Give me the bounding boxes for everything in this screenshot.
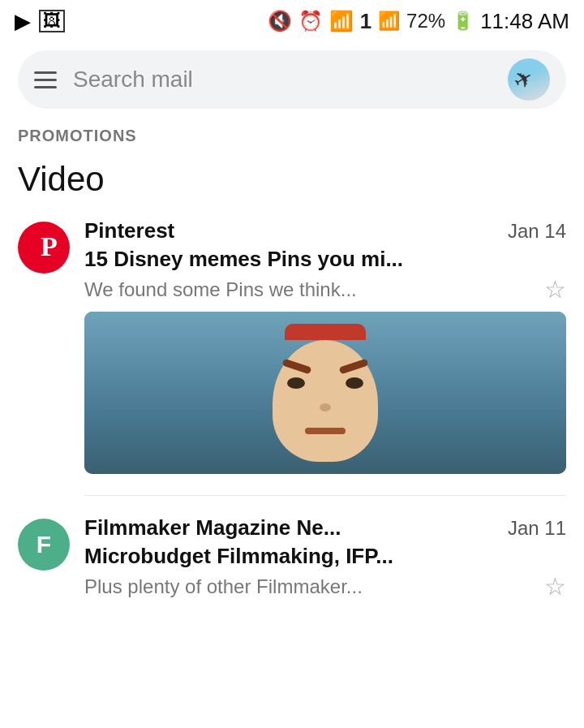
video-heading: Video [0,149,584,207]
search-bar-wrap: Search mail [0,42,584,120]
section-label-promotions: PROMOTIONS [0,120,584,149]
pinterest-logo-svg: P [26,230,62,265]
filmmaker-avatar: F [18,519,70,571]
status-bar: ▶ 🖼 🔇 ⏰ 📶 1 📶 72% 🔋 11:48 AM [0,0,584,42]
mute-icon: 🔇 [268,10,292,32]
cellular-icon: 📶 [378,11,400,32]
status-time: 11:48 AM [480,9,569,34]
signal-number: 1 [360,9,371,34]
email-divider-1 [84,495,566,496]
alarm-icon: ⏰ [298,10,323,32]
sender-name-pinterest: Pinterest [84,218,174,243]
email-date-filmmaker: Jan 11 [508,517,566,540]
thumbnail-bg [84,312,566,474]
search-bar[interactable]: Search mail [18,50,566,109]
email-header-filmmaker: Filmmaker Magazine Ne... Jan 11 [84,515,566,541]
star-icon-filmmaker[interactable]: ☆ [544,572,566,601]
pinterest-avatar: P [18,222,70,274]
email-preview-filmmaker: Plus plenty of other Filmmaker... [84,575,536,598]
email-item-filmmaker[interactable]: F Filmmaker Magazine Ne... Jan 11 Microb… [0,504,584,609]
email-header-pinterest: Pinterest Jan 14 [84,218,566,243]
wifi-icon: 📶 [329,10,354,32]
email-preview-pinterest: We found some Pins we think... [84,278,536,301]
battery-percent: 72% [406,10,445,32]
status-bar-right: 🔇 ⏰ 📶 1 📶 72% 🔋 11:48 AM [268,9,569,34]
youtube-icon: ▶ [15,9,31,34]
email-date-pinterest: Jan 14 [508,220,566,243]
email-thumbnail-pinterest [84,312,566,474]
battery-icon: 🔋 [452,11,474,32]
filmmaker-avatar-initial: F [36,531,51,558]
email-subject-filmmaker: Microbudget Filmmaking, IFP... [84,544,566,569]
email-subject-pinterest: 15 Disney memes Pins you mi... [84,247,566,272]
status-bar-left: ▶ 🖼 [15,9,65,34]
svg-text:P: P [41,231,58,261]
email-content-filmmaker: Filmmaker Magazine Ne... Jan 11 Microbud… [84,515,566,601]
sender-name-filmmaker: Filmmaker Magazine Ne... [84,515,341,541]
email-preview-row-pinterest: We found some Pins we think... ☆ [84,275,566,304]
star-icon-pinterest[interactable]: ☆ [544,275,566,304]
search-input-label[interactable]: Search mail [73,67,492,93]
email-item-pinterest[interactable]: P Pinterest Jan 14 15 Disney memes Pins … [0,207,584,489]
image-icon: 🖼 [39,10,65,32]
email-content-pinterest: Pinterest Jan 14 15 Disney memes Pins yo… [84,218,566,480]
hamburger-menu-icon[interactable] [34,71,57,88]
user-avatar[interactable] [508,58,550,101]
email-preview-row-filmmaker: Plus plenty of other Filmmaker... ☆ [84,572,566,601]
